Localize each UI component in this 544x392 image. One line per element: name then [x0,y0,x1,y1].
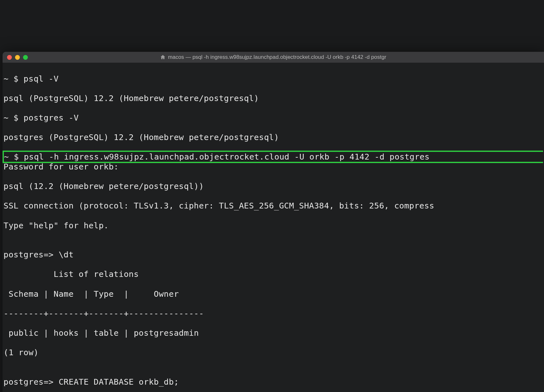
window-title-text: macos — psql -h ingress.w98sujpz.launchp… [168,54,386,60]
window-title: macos — psql -h ingress.w98sujpz.launchp… [160,54,386,60]
terminal-line: ~ $ postgres -V [4,113,543,123]
terminal-line: postgres (PostgreSQL) 12.2 (Homebrew pet… [4,132,543,142]
home-icon [160,55,165,60]
window-titlebar[interactable]: macos — psql -h ingress.w98sujpz.launchp… [3,52,544,63]
terminal-line: ~ $ psql -h ingress.w98sujpz.launchpad.o… [4,152,429,161]
minimize-button[interactable] [15,55,20,60]
terminal-line: postgres=> \dt [4,250,543,260]
terminal-line: ~ $ psql -V [4,74,543,84]
terminal-line: Type "help" for help. [4,221,543,231]
traffic-lights [7,55,28,60]
terminal-output[interactable]: ~ $ psql -V psql (PostgreSQL) 12.2 (Home… [3,63,544,392]
close-button[interactable] [7,55,12,60]
terminal-line: List of relations [4,269,543,279]
table-divider: --------+-------+-------+--------------- [4,309,543,318]
terminal-line: (1 row) [4,348,543,357]
table-row: public | hooks | table | postgresadmin [4,328,543,338]
terminal-window: macos — psql -h ingress.w98sujpz.launchp… [3,52,544,392]
terminal-line: Password for user orkb: [4,162,543,172]
maximize-button[interactable] [23,55,28,60]
table-header: Schema | Name | Type | Owner [4,289,543,299]
terminal-line: SSL connection (protocol: TLSv1.3, ciphe… [4,201,543,211]
terminal-line: psql (PostgreSQL) 12.2 (Homebrew petere/… [4,93,543,103]
terminal-line: psql (12.2 (Homebrew petere/postgresql)) [4,181,543,191]
highlighted-command-line: ~ $ psql -h ingress.w98sujpz.launchpad.o… [3,151,543,163]
terminal-line: postgres=> CREATE DATABASE orkb_db; [4,377,543,387]
